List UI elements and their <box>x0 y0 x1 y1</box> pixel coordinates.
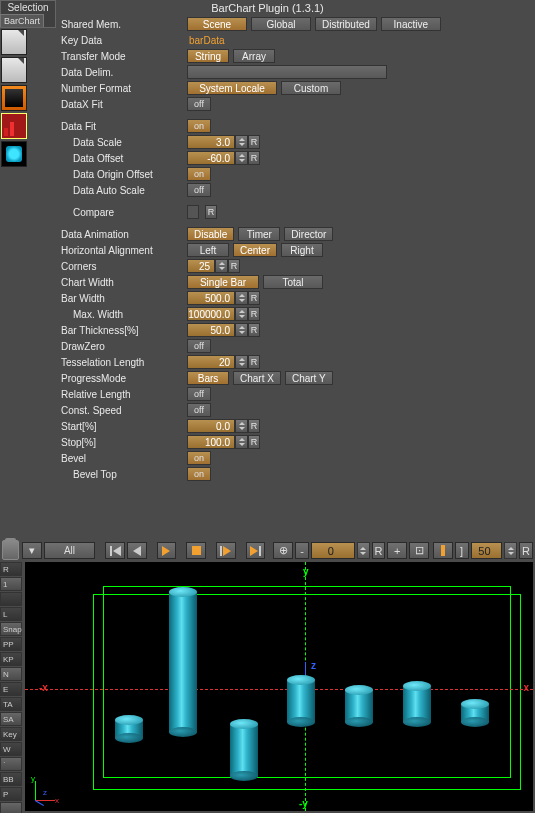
step-back-icon[interactable] <box>127 542 147 559</box>
data-auto-scale-toggle[interactable]: off <box>187 183 211 197</box>
rel-length-toggle[interactable]: off <box>187 387 211 401</box>
step-fwd-icon[interactable] <box>216 542 236 559</box>
bevel-toggle[interactable]: on <box>187 451 211 465</box>
data-origin-offset-toggle[interactable]: on <box>187 167 211 181</box>
side-btn-KP[interactable]: KP <box>0 652 22 666</box>
side-btn-Key[interactable]: Key <box>0 727 22 741</box>
tess-length-value[interactable]: 20 <box>187 355 235 369</box>
side-btn-P[interactable]: P <box>0 787 22 801</box>
data-delim-input[interactable] <box>187 65 387 79</box>
data-scale-reset[interactable]: R <box>248 135 260 149</box>
anim-director[interactable]: Director <box>284 227 333 241</box>
prog-chartx[interactable]: Chart X <box>233 371 281 385</box>
side-btn-E[interactable]: E <box>0 682 22 696</box>
start-value[interactable]: 0.0 <box>187 419 235 433</box>
end-bracket[interactable]: ] <box>455 542 469 559</box>
anim-disable[interactable]: Disable <box>187 227 234 241</box>
side-btn-L[interactable]: L <box>0 607 22 621</box>
data-offset-spinner[interactable] <box>235 151 248 165</box>
corners-spinner[interactable] <box>215 259 228 273</box>
stop-icon[interactable] <box>186 542 206 559</box>
side-btn-SA[interactable]: SA <box>0 712 22 726</box>
start-reset[interactable]: R <box>248 419 260 433</box>
viewport-3d[interactable]: y -y x -x z y x z <box>25 562 533 811</box>
side-btn-TA[interactable]: TA <box>0 697 22 711</box>
tess-length-spinner[interactable] <box>235 355 248 369</box>
gradient-icon[interactable] <box>1 85 27 111</box>
end-frame-value[interactable]: 50 <box>471 542 503 559</box>
side-btn-Snap[interactable]: Snap <box>0 622 22 636</box>
numfmt-custom[interactable]: Custom <box>281 81 341 95</box>
scope-scene[interactable]: Scene <box>187 17 247 31</box>
cwidth-total[interactable]: Total <box>263 275 323 289</box>
bar-thickness-spinner[interactable] <box>235 323 248 337</box>
bar-width-reset[interactable]: R <box>248 291 260 305</box>
file-icon[interactable] <box>1 29 27 55</box>
stop-spinner[interactable] <box>235 435 248 449</box>
go-end-icon[interactable] <box>246 542 266 559</box>
lock-icon[interactable]: ⊡ <box>409 542 429 559</box>
bar-thickness-value[interactable]: 50.0 <box>187 323 235 337</box>
align-right[interactable]: Right <box>281 243 323 257</box>
bar-thickness-reset[interactable]: R <box>248 323 260 337</box>
data-offset-value[interactable]: -60.0 <box>187 151 235 165</box>
key-icon[interactable]: ⊕ <box>273 542 293 559</box>
bar-width-spinner[interactable] <box>235 291 248 305</box>
numfmt-system[interactable]: System Locale <box>187 81 277 95</box>
side-btn-N[interactable]: N <box>0 667 22 681</box>
bevel-top-toggle[interactable]: on <box>187 467 211 481</box>
octagon-icon[interactable] <box>1 141 27 167</box>
frame-spinner[interactable] <box>357 542 370 559</box>
compare-slot[interactable] <box>187 205 199 219</box>
anim-timer[interactable]: Timer <box>238 227 280 241</box>
max-width-reset[interactable]: R <box>248 307 260 321</box>
side-btn-W[interactable]: W <box>0 742 22 756</box>
stop-reset[interactable]: R <box>248 435 260 449</box>
const-speed-toggle[interactable]: off <box>187 403 211 417</box>
barchart-icon[interactable] <box>1 113 27 139</box>
tess-length-reset[interactable]: R <box>248 355 260 369</box>
side-btn-blank-16[interactable] <box>0 802 22 813</box>
max-width-spinner[interactable] <box>235 307 248 321</box>
cwidth-single[interactable]: Single Bar <box>187 275 259 289</box>
data-scale-spinner[interactable] <box>235 135 248 149</box>
datax-fit-toggle[interactable]: off <box>187 97 211 111</box>
scope-distributed[interactable]: Distributed <box>315 17 377 31</box>
side-btn-`[interactable]: ` <box>0 757 22 771</box>
go-start-icon[interactable] <box>105 542 125 559</box>
start-spinner[interactable] <box>235 419 248 433</box>
corners-value[interactable]: 25 <box>187 259 215 273</box>
scope-global[interactable]: Global <box>251 17 311 31</box>
draw-zero-toggle[interactable]: off <box>187 339 211 353</box>
side-btn-PP[interactable]: PP <box>0 637 22 651</box>
side-btn-R[interactable]: R <box>0 562 22 576</box>
corners-reset[interactable]: R <box>228 259 240 273</box>
plus-button[interactable]: + <box>387 542 407 559</box>
data-scale-value[interactable]: 3.0 <box>187 135 235 149</box>
data-offset-reset[interactable]: R <box>248 151 260 165</box>
frame-value[interactable]: 0 <box>311 542 355 559</box>
bar-width-value[interactable]: 500.0 <box>187 291 235 305</box>
play-icon[interactable] <box>157 542 177 559</box>
end-spinner[interactable] <box>504 542 517 559</box>
align-left[interactable]: Left <box>187 243 229 257</box>
timeline-all[interactable]: All <box>44 542 95 559</box>
key-data-value[interactable]: barData <box>187 35 225 46</box>
tab-barchart[interactable]: BarChart <box>0 14 44 27</box>
trash-icon[interactable] <box>2 540 19 560</box>
max-width-value[interactable]: 100000.0 <box>187 307 235 321</box>
side-btn-BB[interactable]: BB <box>0 772 22 786</box>
compare-reset[interactable]: R <box>205 205 217 219</box>
prog-charty[interactable]: Chart Y <box>285 371 333 385</box>
marker-icon[interactable] <box>433 542 453 559</box>
transfer-string[interactable]: String <box>187 49 229 63</box>
stop-value[interactable]: 100.0 <box>187 435 235 449</box>
align-center[interactable]: Center <box>233 243 277 257</box>
minus-button[interactable]: - <box>295 542 309 559</box>
frame-reset[interactable]: R <box>372 542 386 559</box>
prog-bars[interactable]: Bars <box>187 371 229 385</box>
file-icon-2[interactable] <box>1 57 27 83</box>
side-btn-1[interactable]: 1 <box>0 577 22 591</box>
timeline-dropdown[interactable]: ▾ <box>22 542 42 559</box>
scope-inactive[interactable]: Inactive <box>381 17 441 31</box>
